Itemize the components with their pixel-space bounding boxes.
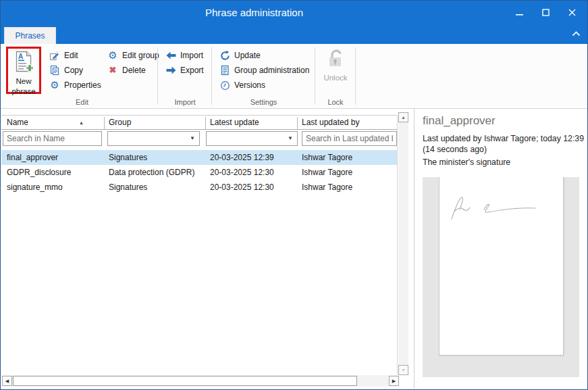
- column-header-group[interactable]: Group: [109, 116, 131, 130]
- horizontal-scrollbar[interactable]: ◀ ▶: [2, 375, 399, 387]
- search-name-input[interactable]: [3, 131, 102, 146]
- table-row[interactable]: signature_mmo Signatures 20-03-2025 12:3…: [1, 180, 397, 195]
- new-phrase-label-line2: phrase: [11, 87, 35, 96]
- close-icon: [568, 7, 576, 19]
- ribbon-group-label-edit: Edit: [6, 98, 158, 106]
- scroll-up-icon: ▲: [401, 115, 406, 120]
- column-divider[interactable]: [297, 117, 298, 129]
- window-controls: [506, 1, 585, 24]
- cell-latest-update: 20-03-2025 12:39: [210, 150, 274, 165]
- properties-label: Properties: [64, 80, 101, 90]
- signature-image: [445, 189, 553, 229]
- edit-label: Edit: [64, 51, 78, 60]
- delete-button[interactable]: ✖ Delete: [105, 63, 158, 78]
- ribbon-group-label-import: Import: [158, 98, 212, 106]
- versions-label: Versions: [234, 80, 265, 90]
- ribbon-group-label-lock: Lock: [315, 98, 356, 106]
- update-button[interactable]: Update: [217, 48, 315, 63]
- search-last-updated-by-input[interactable]: [302, 131, 397, 146]
- clock-icon: [219, 80, 230, 91]
- unlock-label: Unlock: [323, 73, 347, 82]
- cell-latest-update: 20-03-2025 12:30: [210, 165, 274, 180]
- maximize-button[interactable]: [533, 1, 559, 24]
- horizontal-scrollbar-thumb[interactable]: [13, 376, 357, 386]
- minimize-icon: [516, 7, 523, 19]
- ribbon-tab-strip: Phrases: [1, 24, 587, 44]
- copy-button[interactable]: Copy: [47, 63, 105, 78]
- ribbon-group-lock: Unlock Lock: [315, 44, 356, 108]
- import-button[interactable]: Import: [163, 48, 212, 63]
- cell-name: signature_mmo: [7, 180, 63, 195]
- group-filter-dropdown[interactable]: ▼: [107, 131, 200, 146]
- versions-button[interactable]: Versions: [217, 78, 315, 93]
- new-phrase-icon: A: [14, 51, 34, 76]
- collapse-ribbon-icon[interactable]: [572, 27, 581, 39]
- unlock-button[interactable]: Unlock: [318, 47, 353, 94]
- group-administration-button[interactable]: Group administration: [217, 63, 315, 78]
- cell-group: Data protection (GDPR): [109, 165, 194, 180]
- ribbon-group-settings: Update Group administration: [212, 44, 315, 108]
- cell-name: GDPR_disclosure: [7, 165, 71, 180]
- scroll-right-button[interactable]: ▶: [389, 376, 399, 386]
- column-header-latest-update[interactable]: Latest update: [210, 116, 259, 130]
- refresh-icon: [219, 50, 230, 61]
- ribbon: A New phrase: [1, 44, 587, 109]
- group-administration-label: Group administration: [234, 66, 309, 75]
- copy-label: Copy: [64, 66, 83, 75]
- chevron-down-icon: ▼: [288, 135, 293, 141]
- cell-name: final_approver: [7, 150, 58, 165]
- main-content: Name ▲ Group Latest update Last updated …: [1, 109, 587, 389]
- scroll-down-icon: ▼: [401, 368, 406, 372]
- phrase-preview-area: [423, 177, 579, 377]
- window-title: Phrase administration: [0, 1, 547, 24]
- properties-button[interactable]: ⚙ Properties: [47, 78, 105, 93]
- delete-x-icon: ✖: [107, 65, 118, 76]
- gear-icon: ⚙: [49, 80, 60, 91]
- column-header-last-updated-by[interactable]: Last updated by: [302, 116, 359, 130]
- document-lines-icon: [219, 65, 230, 76]
- ribbon-group-edit: A New phrase: [6, 44, 158, 108]
- table-row[interactable]: GDPR_disclosure Data protection (GDPR) 2…: [1, 165, 397, 180]
- arrow-left-icon: [165, 50, 176, 61]
- vertical-scrollbar[interactable]: ▲ ▼: [398, 112, 408, 375]
- cell-latest-update: 20-03-2025 12:30: [210, 180, 274, 195]
- table-filter-row: ▼ ▼: [1, 130, 399, 147]
- column-divider[interactable]: [104, 117, 105, 129]
- latest-update-filter-dropdown[interactable]: ▼: [206, 131, 298, 146]
- gear-icon: ⚙: [107, 50, 118, 61]
- new-phrase-button[interactable]: A New phrase: [6, 47, 41, 94]
- edit-pencil-icon: [49, 50, 60, 61]
- scroll-up-button[interactable]: ▲: [398, 112, 408, 122]
- ribbon-group-import: Import Export Import: [158, 44, 212, 108]
- scroll-left-button[interactable]: ◀: [2, 376, 12, 386]
- cell-last-updated-by: Ishwar Tagore: [302, 165, 352, 180]
- cell-last-updated-by: Ishwar Tagore: [302, 150, 352, 165]
- scroll-down-button[interactable]: ▼: [398, 365, 408, 375]
- export-button[interactable]: Export: [163, 63, 212, 78]
- phrase-table: Name ▲ Group Latest update Last updated …: [1, 109, 414, 389]
- edit-group-button[interactable]: ⚙ Edit group: [105, 48, 158, 63]
- sort-ascending-icon: ▲: [79, 116, 84, 130]
- tab-phrases[interactable]: Phrases: [4, 27, 56, 44]
- delete-label: Delete: [122, 66, 146, 75]
- detail-last-updated: Last updated by Ishwar Tagore; today 12:…: [423, 133, 586, 155]
- column-header-name[interactable]: Name: [7, 116, 28, 130]
- column-divider[interactable]: [205, 117, 206, 129]
- table-row[interactable]: final_approver Signatures 20-03-2025 12:…: [1, 150, 397, 165]
- detail-description: The minister's signature: [423, 157, 510, 167]
- close-button[interactable]: [559, 1, 585, 24]
- cell-last-updated-by: Ishwar Tagore: [302, 180, 352, 195]
- minimize-button[interactable]: [506, 1, 533, 24]
- copy-icon: [49, 65, 60, 76]
- arrow-right-icon: [165, 65, 176, 76]
- table-edge-divider: [397, 115, 398, 374]
- scroll-right-icon: ▶: [392, 379, 396, 384]
- edit-button[interactable]: Edit: [47, 48, 105, 63]
- export-label: Export: [180, 66, 204, 75]
- svg-text:A: A: [18, 53, 23, 60]
- cell-group: Signatures: [109, 150, 147, 165]
- new-phrase-label-line1: New: [16, 76, 31, 86]
- edit-group-label: Edit group: [122, 51, 159, 60]
- phrase-preview-page: [439, 177, 564, 356]
- maximize-icon: [542, 7, 550, 19]
